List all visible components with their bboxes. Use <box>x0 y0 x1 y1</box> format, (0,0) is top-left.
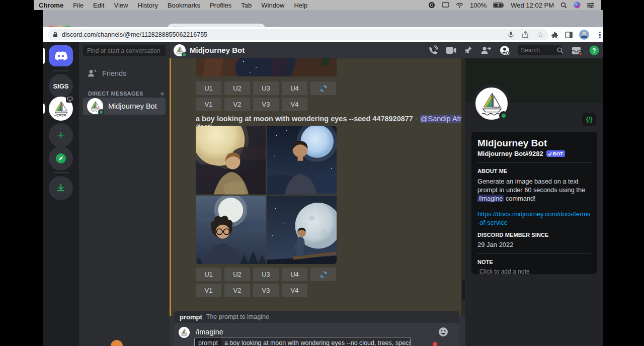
separator: - <box>415 115 418 123</box>
upscale-button-u2[interactable]: U2 <box>224 81 250 95</box>
generated-image-partial[interactable] <box>196 58 337 76</box>
menu-item-tab[interactable]: Tab <box>241 2 252 9</box>
online-status-dot <box>182 52 187 57</box>
variation-button-v2[interactable]: V2 <box>224 284 250 297</box>
menu-clock[interactable]: Wed 12:02 PM <box>511 2 554 9</box>
create-dm-icon[interactable]: + <box>160 89 165 98</box>
note-placeholder[interactable]: Click to add a note <box>479 268 591 275</box>
share-icon[interactable] <box>522 31 528 38</box>
variation-button-v3[interactable]: V3 <box>253 284 279 297</box>
imagine-command-highlight[interactable]: /imagine <box>477 195 504 202</box>
message-input[interactable]: /imagine prompt a boy looking at moon wi… <box>174 323 459 346</box>
upscale-button-u4[interactable]: U4 <box>282 81 307 95</box>
inbox-icon[interactable] <box>572 46 581 55</box>
upscale-button-u4[interactable]: U4 <box>282 268 307 281</box>
add-friend-icon[interactable] <box>480 46 492 54</box>
menu-item-file[interactable]: File <box>73 2 84 9</box>
display-menu-icon[interactable] <box>442 2 449 8</box>
help-icon[interactable]: ? <box>589 45 599 55</box>
menu-item-history[interactable]: History <box>137 2 157 9</box>
browser-profile-avatar[interactable] <box>579 30 589 40</box>
emoji-picker-icon[interactable] <box>438 327 448 337</box>
discord-home-button[interactable] <box>49 45 73 66</box>
variation-button-v1[interactable]: V1 <box>196 284 221 297</box>
profile-name: Midjourney Bot <box>477 138 591 149</box>
server-icon-sigs[interactable]: SIGS <box>49 74 73 98</box>
dm-item-midjourney-bot[interactable]: Midjourney Bot <box>83 98 166 115</box>
address-bar[interactable]: discord.com/channels/@me/112828885506221… <box>48 29 548 40</box>
upscale-button-u3[interactable]: U3 <box>253 268 279 281</box>
command-text[interactable]: /imagine <box>196 328 223 336</box>
download-apps-button[interactable] <box>49 176 73 200</box>
menu-item-bookmarks[interactable]: Bookmarks <box>168 2 200 9</box>
active-home-pill <box>43 48 45 64</box>
chat-scrollbar-thumb[interactable] <box>462 280 465 300</box>
bookmark-star-icon[interactable]: ☆ <box>537 31 543 39</box>
upscale-button-u1[interactable]: U1 <box>196 81 221 95</box>
add-server-button[interactable]: + <box>49 123 73 147</box>
variation-button-v4[interactable]: V4 <box>282 284 307 297</box>
prompt-option-value[interactable]: a boy looking at moon with wondering eye… <box>221 339 411 346</box>
image-quadrant-4[interactable] <box>267 196 337 265</box>
spotlight-search-icon[interactable] <box>560 2 567 9</box>
about-me-label: ABOUT ME <box>477 168 591 174</box>
slash-commands-badge[interactable]: {/} <box>582 113 596 126</box>
divider <box>477 253 591 254</box>
member-since-label: DISCORD MEMBER SINCE <box>477 232 591 238</box>
variation-button-v3[interactable]: V3 <box>253 98 279 111</box>
variation-button-v1[interactable]: V1 <box>196 98 221 111</box>
reroll-button[interactable] <box>310 268 336 281</box>
side-panel-icon[interactable] <box>565 32 573 38</box>
sidebar-item-friends[interactable]: Friends <box>83 66 166 81</box>
image-quadrant-2[interactable] <box>267 126 337 195</box>
video-call-icon[interactable] <box>446 47 456 54</box>
reroll-button[interactable] <box>310 81 336 95</box>
note-label: NOTE <box>477 259 591 265</box>
divider <box>477 162 591 163</box>
menu-item-window[interactable]: Window <box>261 2 284 9</box>
pin-icon[interactable] <box>464 46 472 55</box>
prompt-option-field[interactable]: prompt a boy looking at moon with wonder… <box>194 337 411 346</box>
variation-button-v4[interactable]: V4 <box>282 98 307 111</box>
user-avatar-partial[interactable] <box>111 340 123 346</box>
upscale-button-u1[interactable]: U1 <box>196 268 221 281</box>
search-magnifier-icon[interactable] <box>557 47 564 54</box>
image-quadrant-1[interactable] <box>196 126 266 195</box>
menu-item-help[interactable]: Help <box>294 2 308 9</box>
chat-scrollbar-track[interactable] <box>461 58 465 316</box>
terms-link[interactable]: https://docs.midjourney.com/docs/terms-o… <box>477 210 591 227</box>
extensions-puzzle-icon[interactable] <box>551 31 558 39</box>
upscale-button-u2[interactable]: U2 <box>224 268 250 281</box>
wifi-icon[interactable] <box>456 3 463 8</box>
user-profile-toggle-icon[interactable] <box>500 45 510 55</box>
image-quadrant-3[interactable] <box>196 196 266 265</box>
generated-image-grid[interactable] <box>196 126 337 264</box>
user-mention[interactable]: @Sandip Atr <box>420 115 463 123</box>
lock-icon[interactable] <box>53 32 58 38</box>
menu-item-profiles[interactable]: Profiles <box>210 2 231 9</box>
explore-servers-button[interactable] <box>49 146 73 170</box>
chat-messages-area: U1 U2 U3 U4 V1 V2 V3 V4 a boy looking at… <box>170 58 466 316</box>
menu-app-name[interactable]: Chrome <box>39 2 63 9</box>
chat-title: Midjourney Bot <box>190 46 245 54</box>
voice-call-icon[interactable] <box>428 45 438 55</box>
chat-search-input[interactable] <box>518 45 562 55</box>
upscale-button-u3[interactable]: U3 <box>253 81 279 95</box>
siri-icon[interactable] <box>574 2 581 9</box>
rail-dm-midjourney-avatar[interactable] <box>49 97 73 121</box>
recording-dot <box>433 342 437 346</box>
control-center-icon[interactable] <box>587 3 594 8</box>
conversation-search-input[interactable] <box>83 45 166 56</box>
menu-item-edit[interactable]: Edit <box>93 2 104 9</box>
command-bot-avatar <box>179 327 190 338</box>
screen-badge-icon <box>66 96 74 103</box>
menu-item-view[interactable]: View <box>114 2 128 9</box>
browser-menu-kebab-icon[interactable]: ⋮ <box>596 30 604 40</box>
voice-search-icon[interactable] <box>508 31 514 38</box>
chat-header-avatar[interactable] <box>174 44 186 56</box>
variation-button-v2[interactable]: V2 <box>224 98 250 111</box>
macos-menu-bar: Chrome File Edit View History Bookmarks … <box>34 0 601 10</box>
profile-avatar[interactable] <box>472 84 511 123</box>
record-status-icon[interactable] <box>428 2 435 9</box>
dm-header-label: DIRECT MESSAGES <box>88 91 143 97</box>
